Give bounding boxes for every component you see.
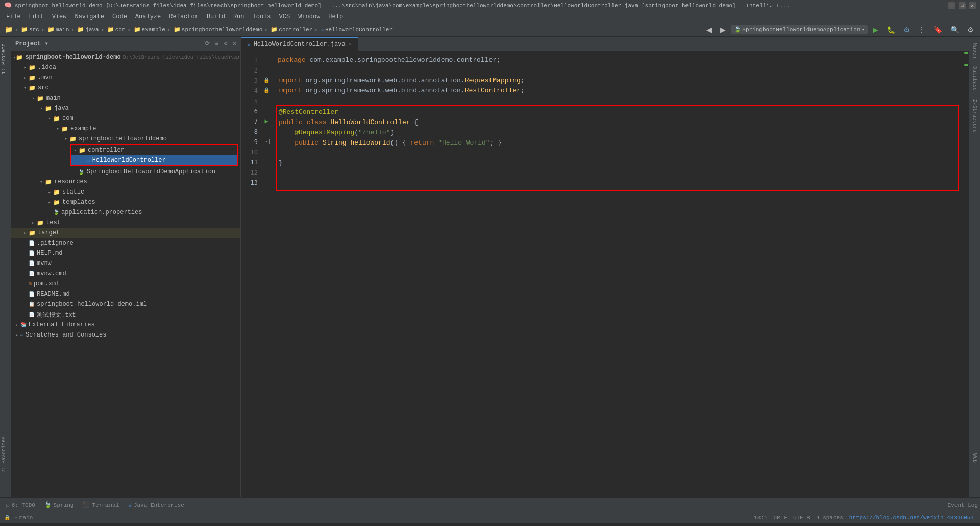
menu-code[interactable]: Code: [108, 12, 131, 21]
tree-helloworldcontroller[interactable]: ☕ HelloWorldController: [71, 155, 237, 165]
tree-mvnw[interactable]: 📄 mvnw: [11, 258, 240, 269]
tab-java-enterprise[interactable]: ☕ Java Enterprise: [124, 500, 188, 509]
tree-scratches-consoles[interactable]: ▸ ✏ Scratches and Consoles: [11, 330, 240, 340]
settings-button[interactable]: ⚙: [964, 25, 977, 35]
zstructure-side-label[interactable]: Z-Structure: [971, 95, 978, 137]
nav-forward-button[interactable]: ▶: [717, 25, 729, 35]
tree-external-libraries[interactable]: ▸ 📚 External Libraries: [11, 320, 240, 330]
tree-help-md[interactable]: 📄 HELP.md: [11, 248, 240, 258]
tree-mvn[interactable]: ▸ 📁 .mvn: [11, 73, 240, 83]
menu-view[interactable]: View: [48, 12, 71, 21]
tree-test-txt[interactable]: 📄 测试报文.txt: [11, 309, 240, 320]
status-encoding[interactable]: UTF-8: [791, 515, 812, 521]
nav-helloworldcontroller[interactable]: ☕ HelloWorldController: [319, 25, 394, 34]
fold-import-icon[interactable]: 🔒: [263, 76, 270, 86]
more-run-options-button[interactable]: ⋮: [915, 25, 928, 35]
tree-com[interactable]: ▾ 📁 com: [11, 113, 240, 124]
tab-spring[interactable]: 🍃 Spring: [40, 500, 78, 509]
status-indentation[interactable]: 4 spaces: [814, 515, 845, 521]
tab-todo[interactable]: ☑ 6: TODO: [2, 500, 39, 509]
inspection-scrollbar[interactable]: [963, 51, 969, 497]
maximize-button[interactable]: □: [959, 2, 966, 9]
tree-src[interactable]: ▾ 📁 src: [11, 83, 240, 93]
status-url[interactable]: https://blog.csdn.net/weixin-43396054: [847, 515, 976, 521]
menu-edit[interactable]: Edit: [25, 12, 48, 21]
nav-com[interactable]: 📁 com: [106, 25, 127, 34]
tree-templates[interactable]: ▸ 📁 templates: [11, 197, 240, 207]
menu-help[interactable]: Help: [324, 12, 347, 21]
run-button[interactable]: ▶: [870, 25, 881, 35]
close-button[interactable]: ✕: [969, 2, 976, 9]
menu-vcs[interactable]: VCS: [275, 12, 295, 21]
folder-icon: 📁: [45, 179, 52, 185]
nav-src[interactable]: 📁 src: [19, 25, 41, 34]
tree-gitignore[interactable]: 📄 .gitignore: [11, 238, 240, 248]
favorites-side-label[interactable]: 2: Favorites: [0, 432, 11, 477]
fold-import-icon-2[interactable]: 🔒: [263, 86, 270, 96]
nav-controller[interactable]: 📁 controller: [269, 25, 314, 34]
tree-pom-xml[interactable]: m pom.xml: [11, 279, 240, 289]
minimize-button[interactable]: ─: [948, 2, 955, 9]
tree-target[interactable]: ▸ 📁 target: [11, 228, 240, 238]
menu-navigate[interactable]: Navigate: [70, 12, 108, 21]
menu-refactor[interactable]: Refactor: [165, 12, 203, 21]
tab-helloworldcontroller[interactable]: ☕ HelloWorldController.java ✕: [241, 37, 358, 51]
menu-analyze[interactable]: Analyze: [131, 12, 165, 21]
tree-readme[interactable]: 📄 README.md: [11, 289, 240, 299]
folder-icon: 📁: [21, 26, 28, 33]
tree-mvnw-cmd[interactable]: 📄 mvnw.cmd: [11, 269, 240, 279]
code-line-8: @RequestMapping("/hello"): [279, 128, 955, 138]
menu-tools[interactable]: Tools: [249, 12, 275, 21]
tree-example[interactable]: ▾ 📁 example: [11, 124, 240, 134]
file-icon: 📄: [29, 271, 35, 277]
nav-main[interactable]: 📁 main: [46, 25, 70, 34]
bookmark-button[interactable]: 🔖: [930, 25, 945, 35]
status-position[interactable]: 13:1: [752, 515, 769, 521]
tree-springbootapp[interactable]: 🍃 SpringbootHelloworldDemoApplication: [11, 166, 240, 177]
tab-close-icon[interactable]: ✕: [349, 41, 352, 47]
find-button[interactable]: 🔍: [947, 25, 962, 35]
nav-project-icon[interactable]: 📁: [3, 25, 14, 35]
menu-build[interactable]: Build: [203, 12, 229, 21]
tree-springboothelloworlddemo[interactable]: ▾ 📁 springboothelloworlddemo: [11, 134, 240, 144]
menu-window[interactable]: Window: [294, 12, 324, 21]
tree-idea[interactable]: ▸ 📁 .idea: [11, 62, 240, 73]
tree-java[interactable]: ▾ 📁 java: [11, 103, 240, 113]
nav-example[interactable]: 📁 example: [132, 25, 167, 34]
database-side-label[interactable]: Database: [971, 62, 978, 95]
menu-file[interactable]: File: [2, 12, 25, 21]
status-line-ending[interactable]: CRLF: [772, 515, 789, 521]
settings-icon[interactable]: ⚙: [224, 40, 228, 47]
project-side-label[interactable]: 1: Project: [0, 39, 11, 78]
chevron-down-icon: ▾: [861, 26, 865, 33]
maven-side-label[interactable]: Maven: [971, 39, 978, 62]
left-tool-strip: 1: Project 2: Favorites: [0, 37, 11, 497]
tree-main[interactable]: ▾ 📁 main: [11, 93, 240, 103]
event-log-label[interactable]: Event Log: [948, 502, 978, 508]
tree-root[interactable]: ▾ 📁 springboot-helloworld-demo D:\JetBra…: [11, 52, 240, 62]
nav-bar: 📁 ▸ 📁 src ▸ 📁 main ▸ 📁 java ▸ 📁 com ▸ 📁 …: [0, 22, 980, 37]
tree-static[interactable]: ▸ 📁 static: [11, 187, 240, 197]
close-panel-icon[interactable]: ✕: [233, 40, 236, 47]
code-area[interactable]: package com.example.springboothelloworld…: [272, 51, 963, 497]
tree-test[interactable]: ▸ 📁 test: [11, 218, 240, 228]
tree-controller[interactable]: ▾ 📁 controller: [71, 145, 237, 155]
debug-button[interactable]: 🐛: [884, 25, 898, 35]
nav-back-button[interactable]: ◀: [703, 25, 715, 35]
collapse-all-icon[interactable]: ≡: [215, 40, 218, 47]
web-side-label[interactable]: Web: [971, 449, 978, 467]
fold-class-icon[interactable]: [-]: [262, 137, 271, 147]
nav-java[interactable]: 📁 java: [76, 25, 100, 34]
tree-iml[interactable]: 📋 springboot-helloworld-demo.iml: [11, 299, 240, 309]
menu-run[interactable]: Run: [229, 12, 249, 21]
nav-springboothelloworlddemo[interactable]: 📁 springboothelloworlddemo: [172, 25, 264, 34]
run-with-coverage-button[interactable]: ⚙: [900, 25, 913, 35]
tree-application-properties[interactable]: 🍃 application.properties: [11, 207, 240, 218]
run-config-dropdown[interactable]: 🍃 SpringbootHelloworldDemoApplication ▾: [731, 25, 868, 34]
tree-resources[interactable]: ▾ 📁 resources: [11, 177, 240, 187]
status-git[interactable]: ⑂ main: [12, 515, 35, 521]
sync-icon[interactable]: ⟳: [205, 40, 210, 47]
tab-terminal[interactable]: ⬛ Terminal: [79, 500, 123, 509]
run-gutter-icon[interactable]: ▶: [264, 116, 268, 127]
folder-icon: 📁: [174, 26, 181, 33]
